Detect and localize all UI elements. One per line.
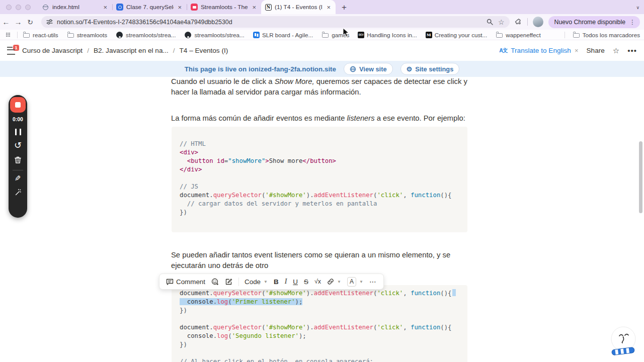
code-line-text: <button id="showMore">Show more</button> [180,157,336,164]
folder-icon [573,31,580,39]
paragraph: Se pueden añadir tantos event listeners … [171,250,469,271]
restart-recording-icon[interactable]: ↺ [14,141,22,150]
bookmark-star-icon[interactable]: ☆ [498,19,505,26]
zoom-icon[interactable] [487,19,493,25]
record-icon [116,4,123,11]
code-line-text: }) [180,209,187,216]
github-icon [116,31,123,39]
view-site-button[interactable]: View site [344,63,393,75]
strikethrough-button[interactable]: S [301,278,311,286]
browser-tab[interactable]: index.html× [38,0,112,14]
comment-label: Comment [176,278,205,286]
browser-tabs: index.html×Clase 7. querySelector×Stream… [38,0,336,14]
recorder-divider [13,170,23,170]
bookmark-item[interactable]: Handling Icons in... [358,32,417,38]
tab-close-icon[interactable]: × [326,4,332,11]
pen-box-icon [225,278,233,286]
emoji-button[interactable] [208,278,222,286]
bold-button[interactable]: B [271,278,282,286]
delete-recording-icon[interactable] [14,156,22,164]
url-text[interactable]: notion.so/T4-Eventos-I-2748336156c94104a… [57,19,481,26]
forward-button[interactable]: → [12,18,24,26]
extensions-icon[interactable] [515,18,522,26]
new-tab-button[interactable]: + [342,3,347,12]
bookmark-item[interactable]: streamloots [67,31,107,39]
code-line [180,349,459,357]
block-type-dropdown[interactable]: Code ▼ [242,278,271,286]
annotate-pen-icon[interactable]: ✎ [15,174,21,182]
notion-header: 1 Curso de Javascript/B2. Javascript en … [0,40,644,61]
back-button[interactable]: ← [0,18,12,26]
code-line: }) [180,208,459,217]
browser-tab[interactable]: Streamloots - The no.1 mone× [187,0,261,14]
browser-tab[interactable]: Clase 7. querySelector× [112,0,187,14]
mascot-avatar[interactable] [608,325,639,358]
page-scrollbar[interactable] [639,141,642,213]
browser-tab[interactable]: (1) T4 - Eventos (I)× [261,0,336,14]
folder-icon [23,31,30,39]
code-line-text: console.log('Primer listener'); [180,298,302,305]
apps-grid-icon[interactable] [6,33,10,37]
window-minimize-icon[interactable] [16,5,21,10]
all-bookmarks-label: Todos los marcadores [583,32,640,38]
link-button[interactable]: ▼ [324,278,344,285]
window-maximize-icon[interactable] [25,5,31,10]
site-info-icon[interactable] [46,19,53,25]
breadcrumb-item[interactable]: B2. Javascript en el na... [94,47,169,54]
paragraph: Cuando el usuario le de click a Show Mor… [171,76,469,98]
tab-strip: index.html×Clase 7. querySelector×Stream… [0,0,644,14]
code-block[interactable]: document.querySelector('#showMore').addE… [172,285,467,362]
translate-close-icon[interactable]: × [575,47,579,54]
bookmark-item[interactable]: Creating your cust... [426,32,488,38]
notion-header-actions: A文 Translate to English × Share ☆ ••• [499,47,637,54]
reload-button[interactable]: ↻ [24,18,36,26]
sidebar-menu-icon[interactable]: 1 [7,47,15,55]
all-bookmarks[interactable]: Todos los marcadores [559,31,640,39]
mouse-cursor [343,28,350,38]
bookmark-item[interactable]: wappeneffect [496,31,540,39]
address-bar[interactable]: notion.so/T4-Eventos-I-2748336156c94104a… [41,16,510,28]
notification-badge: 1 [13,44,20,51]
bookmark-item[interactable]: SLR board - Agile... [253,32,313,38]
chrome-update-pill[interactable]: Nuevo Chrome disponible ⋮ [548,16,640,28]
code-line-text: // Al hacer click en el botón, en consol… [180,358,373,362]
bookmark-item[interactable]: streamloots/strea... [184,31,244,39]
share-button[interactable]: Share [587,47,605,54]
tab-close-icon[interactable]: × [251,4,257,11]
bookmark-label: streamloots/strea... [194,32,244,38]
bookmark-item[interactable]: streamloots/strea... [116,31,176,39]
tab-close-icon[interactable]: × [177,4,183,11]
favorite-star-icon[interactable]: ☆ [613,47,619,54]
italic-button[interactable]: I [282,278,290,286]
profile-avatar[interactable] [533,17,543,27]
github-icon [184,31,192,39]
toolbar-more-icon[interactable]: ⋯ [366,278,380,286]
bookmark-item[interactable]: react-utils [23,31,58,39]
screen-recorder-widget: 0:00 ↺ ✎ [9,95,27,218]
page-more-icon[interactable]: ••• [627,47,637,54]
folder-icon [321,31,329,39]
breadcrumb-item[interactable]: Curso de Javascript [22,47,83,54]
chevron-down-icon: ▼ [337,280,341,284]
stop-recording-button[interactable] [10,97,26,113]
recording-timer: 0:00 [13,117,23,122]
effects-wand-icon[interactable] [14,189,22,197]
text-color-button[interactable]: A ▼ [344,277,366,287]
tab-close-icon[interactable]: × [102,4,108,11]
code-line-text: </div> [180,166,202,173]
code-line: console.log('Primer listener'); [180,298,459,306]
paragraph: La forma más común de añadir eventos es … [171,113,469,124]
underline-button[interactable]: U [290,278,301,286]
tab-search-chevron-icon[interactable]: ∨ [636,5,639,10]
window-close-icon[interactable] [6,5,12,10]
draw-button[interactable] [222,278,236,286]
translate-button[interactable]: A文 Translate to English × [499,47,578,54]
pause-button[interactable] [15,129,21,135]
bookmark-label: Handling Icons in... [367,32,417,38]
code-block[interactable]: // HTML<div> <button id="showMore">Show … [172,127,467,232]
comment-button[interactable]: Comment [163,278,208,286]
browser-menu-icon[interactable]: ⋮ [629,19,635,26]
site-settings-button[interactable]: ⚙ Site settings [400,63,460,75]
equation-button[interactable]: √x [311,278,324,285]
breadcrumb-item[interactable]: T4 – Eventos (I) [180,47,228,54]
